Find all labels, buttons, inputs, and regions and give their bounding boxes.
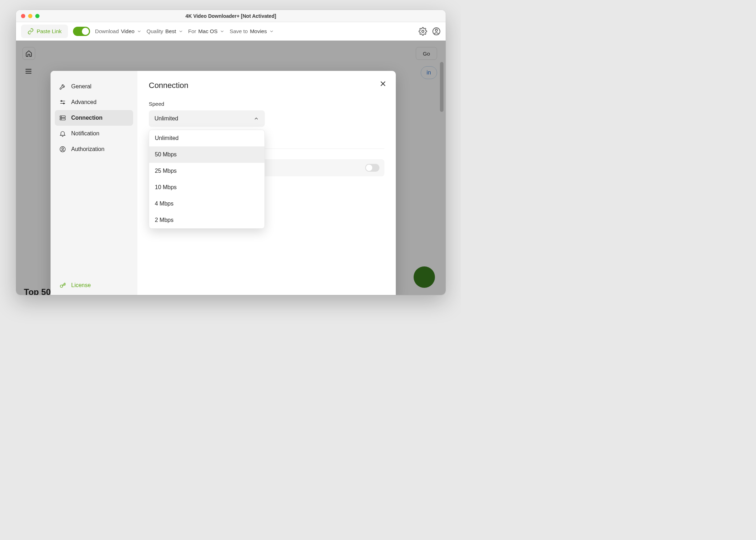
close-icon[interactable] bbox=[379, 79, 387, 88]
close-window-button[interactable] bbox=[21, 14, 25, 18]
speed-option-10mbps[interactable]: 10 Mbps bbox=[149, 179, 264, 196]
svg-point-12 bbox=[61, 116, 61, 117]
settings-panel: Connection Speed Unlimited Unlimited 50 … bbox=[137, 71, 396, 295]
fullscreen-window-button[interactable] bbox=[35, 14, 40, 18]
svg-point-16 bbox=[60, 285, 63, 287]
hint-text-line2: p relaunch. bbox=[266, 131, 396, 143]
settings-icon[interactable] bbox=[419, 27, 427, 36]
toolbar: Paste Link Download Video Quality Best F… bbox=[16, 22, 446, 41]
speed-label: Speed bbox=[149, 101, 384, 107]
paste-link-button[interactable]: Paste Link bbox=[21, 25, 68, 38]
chevron-down-icon bbox=[220, 29, 225, 34]
svg-point-0 bbox=[422, 30, 424, 32]
sidebar-item-notification[interactable]: Notification bbox=[55, 126, 133, 141]
sidebar-item-label: General bbox=[71, 83, 91, 90]
for-value: Mac OS bbox=[198, 28, 217, 34]
app-window: 4K Video Downloader+ [Not Activated] Pas… bbox=[16, 10, 446, 295]
paste-link-label: Paste Link bbox=[37, 28, 62, 34]
speed-dropdown: Unlimited 50 Mbps 25 Mbps 10 Mbps 4 Mbps… bbox=[149, 130, 265, 229]
account-icon[interactable] bbox=[432, 27, 441, 36]
proxy-toggle[interactable] bbox=[365, 164, 379, 172]
save-to-value: Movies bbox=[250, 28, 267, 34]
speed-option-unlimited[interactable]: Unlimited bbox=[149, 130, 264, 146]
quality-label: Quality bbox=[147, 28, 163, 34]
save-to-selector[interactable]: Save to Movies bbox=[230, 28, 274, 34]
sidebar-item-advanced[interactable]: Advanced bbox=[55, 94, 133, 110]
svg-point-2 bbox=[435, 29, 437, 31]
panel-title: Connection bbox=[149, 81, 384, 90]
chevron-down-icon bbox=[137, 29, 142, 34]
license-label: License bbox=[71, 282, 91, 289]
traffic-lights bbox=[21, 14, 40, 18]
user-circle-icon bbox=[59, 146, 66, 153]
settings-modal: General Advanced Connection Notification… bbox=[51, 71, 396, 295]
main-content: Go in Top 50 Most Popular Songs by NCS |… bbox=[16, 41, 446, 295]
sidebar-item-license[interactable]: License bbox=[55, 277, 133, 293]
server-icon bbox=[59, 114, 66, 121]
speed-option-50mbps[interactable]: 50 Mbps bbox=[149, 146, 264, 163]
window-title: 4K Video Downloader+ [Not Activated] bbox=[185, 13, 276, 19]
wrench-icon bbox=[59, 83, 66, 90]
smart-mode-toggle[interactable] bbox=[73, 27, 90, 36]
titlebar: 4K Video Downloader+ [Not Activated] bbox=[16, 10, 446, 22]
speed-select[interactable]: Unlimited Unlimited 50 Mbps 25 Mbps 10 M… bbox=[149, 110, 265, 127]
sidebar-item-label: Authorization bbox=[71, 146, 104, 152]
sidebar-item-connection[interactable]: Connection bbox=[55, 110, 133, 126]
speed-option-4mbps[interactable]: 4 Mbps bbox=[149, 196, 264, 212]
sidebar-item-label: Advanced bbox=[71, 99, 96, 105]
quality-selector[interactable]: Quality Best bbox=[147, 28, 183, 34]
download-format-selector[interactable]: Download Video bbox=[95, 28, 142, 34]
download-value: Video bbox=[121, 28, 135, 34]
save-to-label: Save to bbox=[230, 28, 248, 34]
download-label: Download bbox=[95, 28, 119, 34]
quality-value: Best bbox=[166, 28, 176, 34]
sidebar-item-authorization[interactable]: Authorization bbox=[55, 141, 133, 157]
speed-option-25mbps[interactable]: 25 Mbps bbox=[149, 163, 264, 179]
svg-point-13 bbox=[61, 119, 61, 119]
link-icon bbox=[27, 28, 34, 35]
bell-icon bbox=[59, 130, 66, 137]
svg-point-15 bbox=[62, 148, 64, 150]
sliders-icon bbox=[59, 99, 66, 106]
key-icon bbox=[59, 282, 66, 289]
sidebar-item-label: Connection bbox=[71, 115, 103, 121]
for-label: For bbox=[188, 28, 196, 34]
settings-sidebar: General Advanced Connection Notification… bbox=[51, 71, 137, 295]
minimize-window-button[interactable] bbox=[28, 14, 32, 18]
chevron-down-icon bbox=[178, 29, 183, 34]
platform-selector[interactable]: For Mac OS bbox=[188, 28, 225, 34]
speed-selected-value: Unlimited bbox=[154, 115, 178, 122]
chevron-down-icon bbox=[269, 29, 274, 34]
sidebar-item-general[interactable]: General bbox=[55, 79, 133, 94]
speed-option-2mbps[interactable]: 2 Mbps bbox=[149, 212, 264, 228]
sidebar-item-label: Notification bbox=[71, 130, 99, 137]
chevron-up-icon bbox=[253, 116, 259, 121]
